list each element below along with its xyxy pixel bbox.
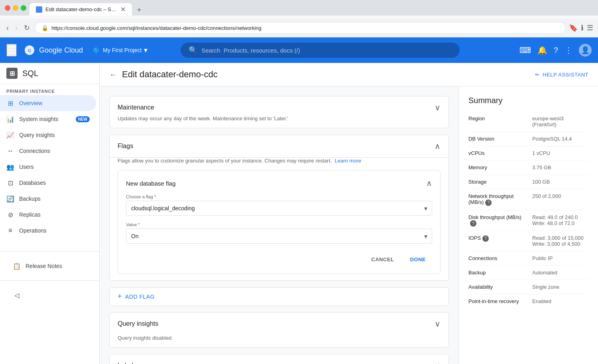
- summary-key: Availability: [468, 284, 532, 290]
- help-assistant-button[interactable]: ✏ HELP ASSISTANT: [535, 72, 588, 78]
- sidebar-item-system-insights[interactable]: 📊 System insights NEW: [0, 111, 96, 127]
- browser-tab[interactable]: Edit datacater-demo-cdc – SQL ✕: [30, 3, 132, 16]
- browser-actions: 🔖 ℹ ☰: [569, 23, 593, 32]
- refresh-button[interactable]: ↻: [22, 22, 31, 34]
- summary-key: Memory: [468, 164, 532, 170]
- summary-key: Point-in-time recovery: [468, 298, 532, 304]
- help-circle-icon[interactable]: ?: [470, 220, 476, 227]
- user-avatar[interactable]: 👤: [579, 44, 592, 57]
- summary-row: IOPS?Read: 3,000 of 15,000Write: 3,000 o…: [468, 231, 588, 251]
- sidebar-item-backups[interactable]: 🔄 Backups: [0, 191, 96, 207]
- forward-navigation-button[interactable]: ›: [14, 22, 19, 34]
- flags-collapse-icon[interactable]: ∧: [435, 141, 441, 151]
- query-insights-icon: 📈: [6, 131, 14, 139]
- back-button[interactable]: ←: [109, 70, 117, 79]
- back-navigation-button[interactable]: ‹: [5, 22, 10, 34]
- project-name-text: My First Project: [103, 47, 142, 53]
- tab-title: Edit datacater-demo-cdc – SQL: [45, 6, 117, 12]
- cloud-shell-button[interactable]: ⌨: [519, 45, 531, 55]
- labels-header[interactable]: Labels ∨: [110, 354, 448, 364]
- system-insights-icon: 📊: [6, 115, 14, 123]
- url-text: https://console.cloud.google.com/sql/ins…: [51, 25, 262, 31]
- add-flag-label: ADD FLAG: [125, 294, 155, 300]
- main-content: Maintenance ∨ Updates may occur any day …: [100, 86, 598, 364]
- search-icon: 🔍: [189, 46, 197, 55]
- add-flag-button[interactable]: + ADD FLAG: [109, 287, 449, 306]
- search-input[interactable]: [201, 47, 452, 54]
- account-button[interactable]: ℹ: [581, 23, 584, 32]
- sidebar-item-overview[interactable]: ⊞ Overview: [0, 95, 96, 111]
- summary-key: Connections: [468, 255, 532, 261]
- flags-learn-more-link[interactable]: Learn more: [335, 158, 361, 164]
- notifications-button[interactable]: 🔔: [537, 45, 547, 55]
- help-circle-icon[interactable]: ?: [485, 200, 492, 206]
- summary-value: Read: 48.0 of 240.0Write: 48.0 of 72.0: [532, 214, 588, 226]
- new-tab-button[interactable]: +: [134, 4, 145, 16]
- flags-description-text: Flags allow you to customize granular as…: [118, 158, 332, 164]
- menu-button[interactable]: ☰: [587, 23, 593, 32]
- summary-key: Storage: [468, 179, 532, 185]
- cancel-flag-button[interactable]: CANCEL: [365, 253, 400, 266]
- query-insights-section: Query insights ∨ Query insights disabled: [109, 312, 449, 348]
- hamburger-menu-button[interactable]: ☰: [6, 44, 17, 57]
- tab-favicon: [36, 6, 42, 13]
- address-bar[interactable]: 🔒 https://console.cloud.google.com/sql/i…: [35, 22, 566, 34]
- sidebar-item-connections[interactable]: ↔ Connections: [0, 143, 96, 159]
- labels-collapse-icon[interactable]: ∨: [435, 361, 441, 364]
- search-bar[interactable]: 🔍: [181, 43, 460, 58]
- sidebar-item-label-users: Users: [19, 164, 90, 170]
- flags-section-header[interactable]: Flags ∧: [110, 135, 448, 158]
- flags-body: Flags allow you to customize granular as…: [110, 158, 448, 280]
- tab-close-button[interactable]: ✕: [120, 6, 126, 13]
- add-flag-container: + ADD FLAG: [109, 287, 449, 306]
- flag-card-collapse-icon[interactable]: ∧: [426, 178, 432, 188]
- sidebar-item-users[interactable]: 👥 Users: [0, 159, 96, 175]
- summary-value: 3.75 GB: [532, 164, 588, 170]
- page-title: Edit datacater-demo-cdc: [122, 69, 218, 80]
- primary-instance-label: PRIMARY INSTANCE: [0, 84, 99, 95]
- sidebar-item-databases[interactable]: ⊡ Databases: [0, 175, 96, 191]
- summary-row: Disk throughput (MB/s)?Read: 48.0 of 240…: [468, 210, 588, 231]
- summary-row: ConnectionsPublic IP: [468, 251, 588, 266]
- query-insights-collapse-icon[interactable]: ∨: [435, 319, 441, 329]
- query-insights-subtitle: Query insights disabled: [110, 335, 448, 347]
- query-insights-header[interactable]: Query insights ∨: [110, 313, 448, 335]
- flag-select-container: cloudsql.logical_decoding max_connection…: [126, 201, 432, 216]
- done-flag-button[interactable]: DONE: [403, 253, 432, 266]
- sidebar-item-operations[interactable]: ≡ Operations: [0, 223, 96, 239]
- flag-actions: CANCEL DONE: [126, 250, 432, 266]
- summary-title: Summary: [468, 96, 588, 105]
- summary-value: europe-west3 (Frankfurt): [532, 115, 588, 127]
- sidebar-item-release-notes[interactable]: 📋 Release Notes: [6, 258, 90, 274]
- sidebar-item-collapse[interactable]: ◁: [6, 287, 90, 303]
- overview-icon: ⊞: [6, 99, 14, 107]
- value-select[interactable]: On Off: [126, 229, 432, 244]
- summary-value: PostgreSQL 14.4: [532, 136, 588, 142]
- operations-icon: ≡: [6, 227, 14, 235]
- sidebar-item-label-release-notes: Release Notes: [26, 263, 83, 269]
- maintenance-description: Updates may occur any day of the week. M…: [118, 115, 441, 121]
- sidebar-item-replicas[interactable]: ⊘ Replicas: [0, 207, 96, 223]
- summary-row: Network throughput (MB/s)?250 of 2,000: [468, 189, 588, 210]
- bookmark-button[interactable]: 🔖: [569, 23, 578, 32]
- maintenance-collapse-icon[interactable]: ∨: [435, 103, 441, 112]
- labels-title: Labels: [118, 362, 136, 364]
- help-button[interactable]: ?: [554, 46, 558, 55]
- flag-field-wrapper: Choose a flag * cloudsql.logical_decodin…: [126, 194, 432, 216]
- maintenance-section: Maintenance ∨ Updates may occur any day …: [109, 96, 449, 128]
- summary-value: Single zone: [532, 284, 588, 290]
- summary-row: DB VersionPostgreSQL 14.4: [468, 132, 588, 146]
- more-options-button[interactable]: ⋮: [565, 45, 572, 55]
- maintenance-title: Maintenance: [118, 104, 154, 111]
- flag-select[interactable]: cloudsql.logical_decoding max_connection…: [126, 201, 432, 216]
- sidebar-item-query-insights[interactable]: 📈 Query insights: [0, 127, 96, 143]
- summary-key: Network throughput (MB/s)?: [468, 193, 532, 206]
- project-selector[interactable]: 🔷 My First Project ▾: [92, 46, 148, 55]
- traffic-yellow: [13, 5, 18, 11]
- sidebar-item-label-replicas: Replicas: [19, 211, 90, 218]
- browser-toolbar: ‹ › ↻ 🔒 https://console.cloud.google.com…: [0, 19, 598, 37]
- sidebar-item-label-operations: Operations: [19, 227, 90, 234]
- page-header-left: ← Edit datacater-demo-cdc: [109, 69, 218, 80]
- help-circle-icon[interactable]: ?: [482, 235, 489, 242]
- lock-icon: 🔒: [41, 25, 48, 31]
